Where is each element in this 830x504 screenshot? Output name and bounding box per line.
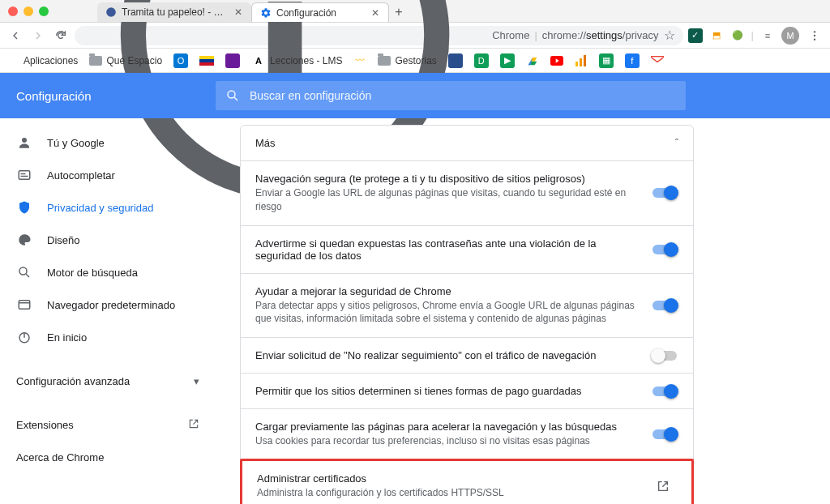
extensions-area: ✓ ⬒ 🟢 | ≡ M	[688, 27, 824, 45]
svg-point-0	[106, 7, 116, 17]
sidebar-item-label: Motor de búsqueda	[47, 267, 138, 279]
flag-icon	[199, 56, 214, 66]
sidebar-item-appearance[interactable]: Diseño	[0, 224, 216, 256]
sidebar-item-you-and-google[interactable]: Tú y Google	[0, 126, 216, 159]
bookmark-icon	[448, 53, 463, 68]
toggle-preload[interactable]	[652, 429, 677, 439]
extension-icon[interactable]: ✓	[688, 28, 703, 43]
sidebar-item-label: Autocompletar	[47, 169, 115, 182]
bookmark-item[interactable]: D	[474, 53, 489, 68]
tab-title: Configuración	[276, 7, 366, 19]
setting-row-password-breach: Advertirme si quedan expuestas las contr…	[241, 225, 693, 273]
sidebar-item-search-engine[interactable]: Motor de búsqueda	[0, 256, 216, 288]
svg-rect-15	[21, 176, 28, 177]
sidebar-about[interactable]: Acerca de Chrome	[0, 441, 216, 473]
bookmark-icon: A	[251, 53, 266, 68]
folder-icon	[378, 54, 391, 67]
shield-icon	[16, 199, 32, 216]
palette-icon	[16, 232, 32, 248]
reload-button[interactable]	[52, 27, 70, 45]
sidebar-item-label: Privacidad y seguridad	[47, 202, 154, 214]
settings-page: Configuración Tú y Google Autocompletar …	[0, 73, 830, 504]
minimize-window-button[interactable]	[24, 6, 33, 16]
sidebar-item-label: Tú y Google	[47, 137, 105, 149]
bookmark-item[interactable]: ▶	[500, 53, 515, 68]
sidebar-extensions[interactable]: Extensiones	[0, 408, 216, 441]
facebook-icon: f	[625, 53, 640, 68]
bookmark-icon: 〰	[353, 54, 366, 67]
row-title: Advertirme si quedan expuestas las contr…	[255, 237, 638, 262]
settings-card: Más ˆ Navegación segura (te protege a ti…	[240, 125, 694, 504]
svg-point-12	[22, 138, 27, 143]
sidebar-item-label: Extensiones	[16, 419, 74, 431]
address-bar[interactable]: Chrome | chrome://settings/privacy ☆	[75, 26, 683, 45]
bookmark-item[interactable]	[199, 56, 214, 66]
bookmark-item[interactable]	[651, 54, 664, 67]
bookmark-folder[interactable]: Gestorias	[378, 54, 436, 67]
close-tab-icon[interactable]: ✕	[233, 7, 243, 17]
toggle-improve-security[interactable]	[652, 301, 677, 310]
bookmark-item[interactable]: O	[173, 53, 188, 68]
bookmark-item[interactable]	[225, 53, 240, 68]
bookmark-label: Lecciones - LMS	[270, 55, 342, 66]
bookmark-icon: D	[474, 53, 489, 68]
menu-button[interactable]	[806, 27, 824, 45]
tab-background[interactable]: Tramita tu papeleo! - Entre Tr… ✕	[97, 2, 251, 22]
sidebar-item-autocomplete[interactable]: Autocompletar	[0, 159, 216, 191]
bookmark-item[interactable]: 〰	[353, 54, 366, 67]
back-button[interactable]	[6, 27, 24, 45]
sidebar-item-privacy[interactable]: Privacidad y seguridad	[0, 191, 216, 224]
bookmark-label: Qué Espacio	[106, 55, 162, 66]
setting-row-payment-methods: Permitir que los sitios determinen si ti…	[241, 373, 693, 408]
bookmark-apps[interactable]: Aplicaciones	[6, 54, 78, 67]
profile-avatar[interactable]: M	[781, 27, 799, 45]
folder-icon	[89, 54, 102, 67]
bookmark-item[interactable]: ▦	[599, 53, 614, 68]
section-more[interactable]: Más ˆ	[241, 126, 693, 160]
sidebar-item-label: Navegador predeterminado	[47, 299, 175, 311]
bookmark-item[interactable]: f	[625, 53, 640, 68]
open-new-icon	[188, 418, 199, 432]
drive-icon	[526, 54, 539, 67]
search-input[interactable]	[248, 88, 676, 103]
bookmark-item[interactable]	[526, 54, 539, 67]
tab-active[interactable]: Configuración ✕	[251, 2, 389, 22]
autocomplete-icon	[16, 167, 32, 183]
star-icon[interactable]: ☆	[664, 28, 675, 43]
bookmark-item[interactable]	[448, 53, 463, 68]
toggle-password-breach[interactable]	[652, 245, 677, 254]
browser-toolbar: Chrome | chrome://settings/privacy ☆ ✓ ⬒…	[0, 23, 830, 49]
toggle-payment-methods[interactable]	[652, 387, 677, 396]
extension-icon[interactable]: 🟢	[730, 28, 745, 43]
close-tab-icon[interactable]: ✕	[370, 8, 380, 18]
open-new-icon	[649, 480, 677, 493]
bookmark-item[interactable]	[550, 54, 563, 67]
toggle-do-not-track[interactable]	[652, 351, 677, 361]
bookmark-label: Aplicaciones	[24, 55, 78, 66]
toggle-safe-browsing[interactable]	[652, 188, 677, 198]
youtube-icon	[550, 54, 563, 67]
forward-button[interactable]	[29, 27, 47, 45]
svg-rect-8	[575, 62, 578, 66]
row-title: Navegación segura (te protege a ti y tu …	[255, 173, 638, 185]
power-icon	[16, 329, 32, 345]
bookmark-item[interactable]: A Lecciones - LMS	[251, 53, 342, 68]
bookmark-item[interactable]	[575, 54, 588, 67]
close-window-button[interactable]	[8, 6, 18, 16]
extension-icon[interactable]: ≡	[760, 28, 775, 43]
sidebar-item-on-startup[interactable]: En inicio	[0, 321, 216, 353]
sidebar-item-default-browser[interactable]: Navegador predeterminado	[0, 288, 216, 321]
row-title: Cargar previamente las páginas para acel…	[255, 421, 638, 433]
row-subtitle: Para detectar apps y sitios peligrosos, …	[255, 299, 638, 327]
search-settings[interactable]	[216, 81, 686, 110]
extension-icon[interactable]: ⬒	[709, 28, 724, 43]
omnibox-right: ☆	[664, 28, 675, 43]
setting-row-manage-certificates[interactable]: Administrar certificados Administra la c…	[240, 459, 694, 504]
svg-point-6	[814, 38, 815, 40]
svg-rect-13	[19, 171, 30, 180]
svg-rect-9	[580, 58, 582, 66]
zoom-window-button[interactable]	[39, 6, 49, 16]
row-subtitle: Administra la configuración y los certif…	[257, 486, 636, 500]
sidebar-advanced[interactable]: Configuración avanzada ▾	[0, 365, 216, 397]
bookmark-folder[interactable]: Qué Espacio	[89, 54, 162, 67]
